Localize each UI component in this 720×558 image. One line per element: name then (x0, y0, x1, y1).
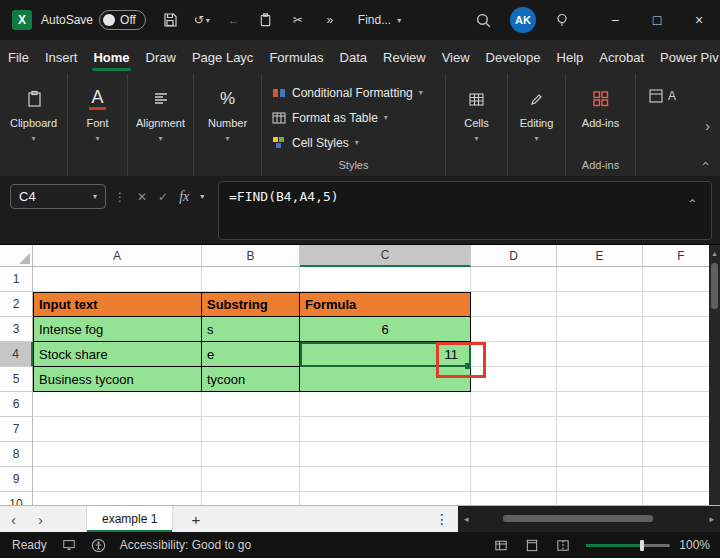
row-header-10[interactable]: 10 (0, 492, 33, 505)
macro-record-icon[interactable] (61, 538, 77, 552)
user-avatar[interactable]: AK (510, 7, 536, 33)
ribbon-group-number[interactable]: % Number ▾ (194, 74, 262, 176)
ribbon-group-alignment[interactable]: Alignment ▾ (128, 74, 194, 176)
menu-tab-view[interactable]: View (434, 40, 478, 74)
cell-B3[interactable]: s (202, 317, 300, 342)
excel-logo-icon[interactable]: X (12, 10, 32, 30)
accessibility-icon[interactable] (91, 538, 106, 553)
scroll-left-icon[interactable]: ◂ (458, 514, 475, 524)
cell-B10[interactable] (202, 492, 300, 505)
find-dropdown[interactable]: Find... ▾ (358, 13, 401, 27)
conditional-formatting-button[interactable]: Conditional Formatting ▾ (272, 80, 423, 105)
name-box[interactable]: C4 ▾ (10, 184, 106, 209)
cell-A5[interactable]: Business tycoon (33, 367, 202, 392)
ribbon-scroll-right-button[interactable]: › (705, 118, 710, 134)
cell-C9[interactable] (300, 467, 471, 492)
search-button[interactable] (475, 12, 492, 29)
cell-B2[interactable]: Substring (202, 292, 300, 317)
format-as-table-button[interactable]: Format as Table ▾ (272, 105, 388, 130)
menu-tab-file[interactable]: File (0, 40, 37, 74)
cancel-entry-button[interactable]: ✕ (137, 190, 147, 204)
cell-E8[interactable] (557, 442, 643, 467)
zoom-slider-thumb[interactable] (640, 540, 644, 551)
cell-E7[interactable] (557, 417, 643, 442)
cell-E6[interactable] (557, 392, 643, 417)
cell-E3[interactable] (557, 317, 643, 342)
cell-A7[interactable] (33, 417, 202, 442)
zoom-level[interactable]: 100% (679, 538, 710, 552)
menu-tab-help[interactable]: Help (549, 40, 592, 74)
sheet-options-icon[interactable]: ⋮ (426, 511, 458, 527)
menu-tab-page-layout[interactable]: Page Layc (184, 40, 261, 74)
cell-A10[interactable] (33, 492, 202, 505)
analyze-data-button[interactable]: A (648, 88, 676, 104)
cell-E10[interactable] (557, 492, 643, 505)
cell-C3[interactable]: 6 (300, 317, 471, 342)
cell-E5[interactable] (557, 367, 643, 392)
cell-D6[interactable] (471, 392, 557, 417)
cell-C6[interactable] (300, 392, 471, 417)
row-header-7[interactable]: 7 (0, 417, 33, 442)
formula-input[interactable]: =FIND(B4,A4,5) › (218, 181, 712, 240)
cell-A9[interactable] (33, 467, 202, 492)
cell-A4[interactable]: Stock share (33, 342, 202, 367)
next-sheet-button[interactable]: › (27, 511, 54, 528)
menu-tab-review[interactable]: Review (375, 40, 434, 74)
select-all-corner[interactable] (0, 245, 33, 267)
column-header-A[interactable]: A (33, 245, 202, 267)
close-button[interactable]: × (678, 0, 720, 40)
column-header-C[interactable]: C (300, 245, 471, 267)
menu-tab-data[interactable]: Data (332, 40, 375, 74)
cell-B8[interactable] (202, 442, 300, 467)
insert-function-button[interactable]: fx (179, 189, 189, 205)
cell-E1[interactable] (557, 267, 643, 292)
redo-button[interactable]: ← (221, 13, 247, 27)
normal-view-icon[interactable] (493, 538, 509, 553)
confirm-entry-button[interactable]: ✓ (158, 190, 168, 204)
new-sheet-button[interactable]: + (173, 511, 218, 528)
cell-D3[interactable] (471, 317, 557, 342)
cell-styles-button[interactable]: Cell Styles ▾ (272, 130, 359, 155)
cell-C7[interactable] (300, 417, 471, 442)
cell-A1[interactable] (33, 267, 202, 292)
maximize-button[interactable]: □ (636, 0, 678, 40)
cut-button[interactable]: ✂ (285, 13, 311, 27)
cell-B5[interactable]: tycoon (202, 367, 300, 392)
menu-tab-power-pivot[interactable]: Power Piv (652, 40, 720, 74)
cell-C2[interactable]: Formula (300, 292, 471, 317)
horizontal-scroll-thumb[interactable] (503, 515, 653, 522)
row-header-4[interactable]: 4 (0, 342, 33, 367)
previous-sheet-button[interactable]: ‹ (0, 511, 27, 528)
vertical-scrollbar[interactable]: ▴ (709, 245, 720, 505)
row-header-8[interactable]: 8 (0, 442, 33, 467)
column-header-B[interactable]: B (202, 245, 300, 267)
ribbon-group-cells[interactable]: Cells ▾ (446, 74, 508, 176)
cell-B1[interactable] (202, 267, 300, 292)
row-header-9[interactable]: 9 (0, 467, 33, 492)
cell-D7[interactable] (471, 417, 557, 442)
ribbon-group-clipboard[interactable]: Clipboard ▾ (0, 74, 68, 176)
cell-C8[interactable] (300, 442, 471, 467)
cell-A3[interactable]: Intense fog (33, 317, 202, 342)
menu-tab-draw[interactable]: Draw (138, 40, 184, 74)
autosave-toggle[interactable]: Off (99, 10, 146, 30)
zoom-slider[interactable] (586, 544, 670, 547)
menu-tab-home[interactable]: Home (85, 40, 137, 74)
ribbon-group-addins[interactable]: Add-ins Add-ins (566, 74, 636, 176)
collapse-formula-bar-button[interactable]: › (684, 197, 698, 204)
cell-B4[interactable]: e (202, 342, 300, 367)
page-layout-view-icon[interactable] (524, 538, 540, 553)
cell-C10[interactable] (300, 492, 471, 505)
row-header-5[interactable]: 5 (0, 367, 33, 392)
cell-D8[interactable] (471, 442, 557, 467)
horizontal-scrollbar[interactable]: ◂ ▸ (458, 506, 720, 532)
cell-A8[interactable] (33, 442, 202, 467)
column-header-D[interactable]: D (471, 245, 557, 267)
cell-E9[interactable] (557, 467, 643, 492)
cell-A6[interactable] (33, 392, 202, 417)
cell-B9[interactable] (202, 467, 300, 492)
paste-button[interactable] (253, 12, 279, 28)
scroll-right-icon[interactable]: ▸ (703, 514, 720, 524)
quick-access-overflow-button[interactable]: » (317, 13, 343, 27)
cell-B6[interactable] (202, 392, 300, 417)
